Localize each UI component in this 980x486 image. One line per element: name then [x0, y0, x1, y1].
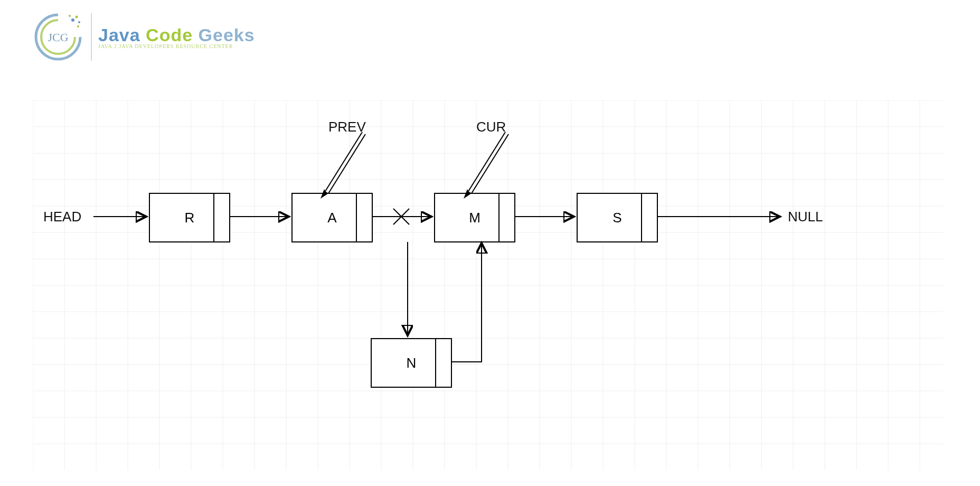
logo-word-geeks: Geeks	[199, 25, 255, 45]
svg-point-4	[77, 25, 79, 27]
logo-text: Java Code Geeks JAVA 2 JAVA DEVELOPERS R…	[98, 25, 255, 49]
svg-marker-52	[321, 189, 328, 199]
svg-point-2	[78, 21, 80, 23]
logo-divider	[91, 13, 92, 61]
logo-word-java: Java	[98, 25, 140, 45]
logo-monogram: JCG	[48, 31, 68, 44]
linked-list-diagram: HEAD NULL PREV CUR R A M S N	[33, 100, 943, 470]
prev-pointer-icon	[321, 132, 365, 199]
svg-point-1	[76, 16, 78, 18]
svg-line-51	[328, 134, 365, 193]
svg-line-54	[472, 134, 508, 193]
logo-subtitle: JAVA 2 JAVA DEVELOPERS RESOURCE CENTER	[98, 43, 255, 49]
site-logo: JCG Java Code Geeks JAVA 2 JAVA DEVELOPE…	[32, 11, 255, 63]
logo-title: Java Code Geeks	[98, 25, 255, 45]
cur-pointer-icon	[464, 132, 508, 199]
svg-point-3	[69, 15, 71, 17]
logo-word-code: Code	[146, 25, 193, 45]
arrow-n-to-m	[451, 243, 482, 362]
logo-badge-icon: JCG	[32, 11, 84, 63]
diagram-edges	[33, 100, 943, 470]
svg-line-53	[468, 132, 505, 191]
svg-point-0	[71, 18, 74, 22]
svg-marker-55	[464, 189, 472, 199]
svg-line-50	[325, 132, 362, 191]
